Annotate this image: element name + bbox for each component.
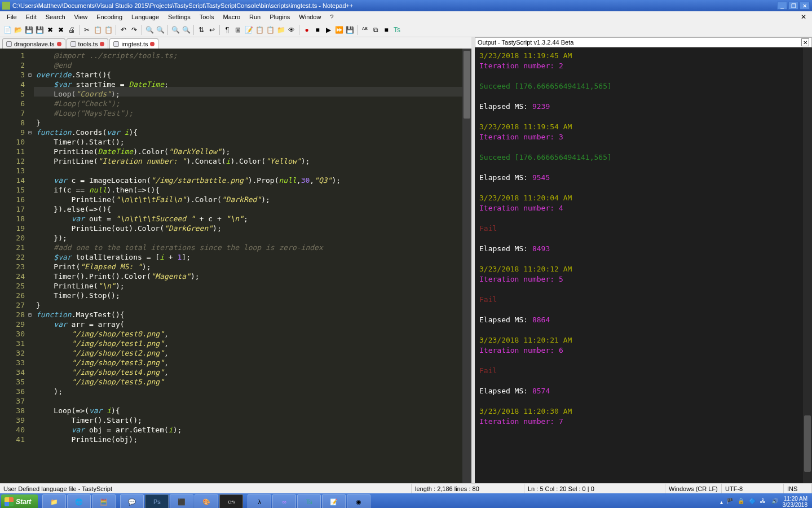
close-icon[interactable]	[57, 42, 61, 46]
system-tray[interactable]: ▴ 🏴 🔒 🔷 🖧 🔊 11:20 AM 3/23/2018	[717, 494, 811, 508]
file-icon	[6, 41, 12, 47]
output-scrollbar[interactable]	[803, 47, 812, 483]
fold-gutter[interactable]: ⊟ ⊟ ⊟	[28, 49, 34, 483]
menu-help[interactable]: ?	[325, 12, 338, 21]
menu-macro[interactable]: Macro	[218, 12, 245, 21]
menu-view[interactable]: View	[70, 12, 92, 21]
status-encoding: UTF-8	[722, 484, 784, 493]
windows-logo-icon	[5, 497, 14, 506]
menu-search[interactable]: Search	[41, 12, 70, 21]
output-close-button[interactable]: ✕	[801, 38, 809, 46]
tab-tools-ts[interactable]: tools.ts	[67, 38, 109, 49]
task-notepad[interactable]: 📝	[322, 494, 346, 508]
zoom-out-icon[interactable]: 🔍	[181, 25, 191, 35]
cut-icon[interactable]: ✂	[82, 25, 92, 35]
replace-icon[interactable]: 🔍	[155, 25, 165, 35]
func-list-icon[interactable]: 📋	[265, 25, 275, 35]
task-vs[interactable]: ∞	[272, 494, 296, 508]
undo-icon[interactable]: ↶	[118, 25, 129, 35]
folder-icon[interactable]: 📁	[276, 25, 286, 35]
play-icon[interactable]: ▶	[323, 25, 333, 35]
task-discord[interactable]: 💬	[120, 494, 144, 508]
menu-tools[interactable]: Tools	[195, 12, 219, 21]
minimize-button[interactable]: _	[777, 2, 787, 10]
task-calculator[interactable]: 🧮	[92, 494, 116, 508]
open-file-icon[interactable]: 📂	[13, 25, 23, 35]
task-chrome[interactable]: 🌐	[67, 494, 91, 508]
save-icon[interactable]: 💾	[24, 25, 34, 35]
show-all-chars-icon[interactable]: ¶	[222, 25, 232, 35]
titlebar: C:\Users\Matthew\Documents\Visual Studio…	[0, 0, 812, 11]
paste-icon[interactable]: 📋	[103, 25, 113, 35]
tab-dragonslave-ts[interactable]: dragonslave.ts	[2, 38, 65, 49]
copy-icon[interactable]: 📋	[92, 25, 103, 35]
statusbar: User Defined language file - TastyScript…	[0, 483, 812, 493]
tray-chevron-icon[interactable]: ▴	[720, 499, 723, 505]
output-content[interactable]: 3/23/2018 11:19:45 AMIteration number: 2…	[475, 47, 812, 483]
task-explorer[interactable]: 📁	[42, 494, 66, 508]
sync-scroll-icon[interactable]: ⇅	[196, 25, 206, 35]
menu-file[interactable]: File	[2, 12, 21, 21]
output-title-label: Output - TastyScript v1.3.2.44 Beta	[478, 39, 801, 46]
editor-scrollbar[interactable]	[462, 49, 471, 483]
menu-window[interactable]: Window	[294, 12, 325, 21]
ts-icon[interactable]: Ts	[392, 25, 402, 35]
close-icon[interactable]	[150, 42, 155, 46]
tray-time: 11:20 AM	[783, 496, 808, 502]
plugin-icon[interactable]: ■	[381, 25, 391, 35]
code-editor[interactable]: 1234567891011121314151617181920212223242…	[0, 49, 471, 483]
line-number-gutter: 1234567891011121314151617181920212223242…	[0, 49, 28, 483]
output-panel: Output - TastyScript v1.3.2.44 Beta ✕ 3/…	[475, 37, 812, 483]
print-icon[interactable]: 🖨	[67, 25, 77, 35]
tray-flag-icon[interactable]: 🏴	[726, 498, 734, 506]
tray-clock[interactable]: 11:20 AM 3/23/2018	[783, 496, 808, 508]
menu-settings[interactable]: Settings	[164, 12, 195, 21]
task-ts[interactable]: Ts	[297, 494, 321, 508]
play-multi-icon[interactable]: ⏩	[334, 25, 344, 35]
scrollbar-thumb[interactable]	[464, 51, 470, 119]
tray-vpn-icon[interactable]: 🔒	[738, 498, 745, 506]
tray-volume-icon[interactable]: 🔊	[771, 498, 779, 506]
stop-icon[interactable]: ■	[312, 25, 323, 35]
zoom-in-icon[interactable]: 🔍	[170, 25, 180, 35]
monitor-icon[interactable]: 👁	[286, 25, 297, 35]
close-file-icon[interactable]: ✖	[45, 25, 55, 35]
menu-edit[interactable]: Edit	[21, 12, 41, 21]
task-unknown1[interactable]: ⬛	[170, 494, 193, 508]
wrap-icon[interactable]: ↩	[207, 25, 217, 35]
new-file-icon[interactable]: 📄	[2, 25, 12, 35]
file-icon	[70, 41, 76, 47]
maximize-button[interactable]: ❐	[788, 2, 798, 10]
udl-icon[interactable]: 📝	[244, 25, 254, 35]
tab-imgtest-ts[interactable]: imgtest.ts	[109, 38, 158, 49]
start-button[interactable]: Start	[1, 494, 38, 508]
close-button[interactable]: ✕	[800, 2, 810, 10]
doc-map-icon[interactable]: 📋	[254, 25, 264, 35]
spell-check-icon[interactable]: ᴬᴮ	[360, 25, 370, 35]
compare-icon[interactable]: ⧉	[370, 25, 381, 35]
tray-app-icon[interactable]: 🔷	[749, 498, 757, 506]
redo-icon[interactable]: ↷	[129, 25, 139, 35]
find-icon[interactable]: 🔍	[144, 25, 155, 35]
main-area: dragonslave.tstools.tsimgtest.ts 1234567…	[0, 37, 812, 483]
record-icon[interactable]: ●	[302, 25, 312, 35]
indent-guide-icon[interactable]: ⊞	[233, 25, 243, 35]
output-scrollbar-thumb[interactable]	[804, 415, 811, 472]
menu-plugins[interactable]: Plugins	[265, 12, 294, 21]
file-icon	[113, 41, 119, 47]
menu-run[interactable]: Run	[245, 12, 265, 21]
menubar-close-icon[interactable]: ✕	[797, 13, 810, 21]
close-all-icon[interactable]: ✖	[56, 25, 66, 35]
code-content[interactable]: @import ../scripts/tools.ts; @endoverrid…	[34, 49, 462, 483]
menu-encoding[interactable]: Encoding	[92, 12, 127, 21]
task-github[interactable]: ◉	[347, 494, 370, 508]
task-lambda[interactable]: λ	[248, 494, 271, 508]
tray-network-icon[interactable]: 🖧	[760, 498, 768, 506]
task-app2[interactable]: 🎨	[195, 494, 218, 508]
task-photoshop[interactable]: Ps	[145, 494, 169, 508]
save-macro-icon[interactable]: 💾	[345, 25, 355, 35]
save-all-icon[interactable]: 💾	[34, 25, 45, 35]
menu-language[interactable]: Language	[127, 12, 164, 21]
task-cmd[interactable]: C:\\	[219, 494, 243, 508]
close-icon[interactable]	[100, 42, 104, 46]
